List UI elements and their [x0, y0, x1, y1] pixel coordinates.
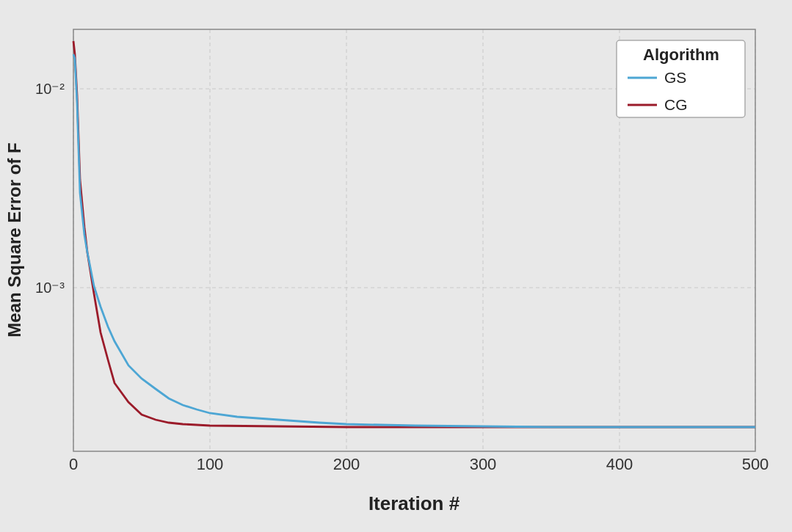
x-tick-200: 200 [333, 455, 360, 473]
y-tick-1e-2: 10⁻² [35, 81, 65, 97]
legend-title: Algorithm [643, 45, 719, 64]
y-tick-1e-3: 10⁻³ [35, 280, 65, 296]
legend-gs-label: GS [664, 69, 686, 86]
y-axis-label: Mean Square Error of F [4, 142, 24, 337]
x-tick-400: 400 [606, 455, 633, 473]
chart-container: 0 100 200 300 400 500 10⁻² 10⁻³ Iteratio… [0, 0, 792, 532]
x-tick-300: 300 [470, 455, 497, 473]
x-tick-100: 100 [197, 455, 224, 473]
x-tick-500: 500 [742, 455, 769, 473]
x-axis-label: Iteration # [368, 492, 460, 514]
chart-svg: 0 100 200 300 400 500 10⁻² 10⁻³ Iteratio… [0, 0, 792, 532]
legend-cg-label: CG [664, 96, 688, 113]
x-tick-0: 0 [69, 455, 78, 473]
